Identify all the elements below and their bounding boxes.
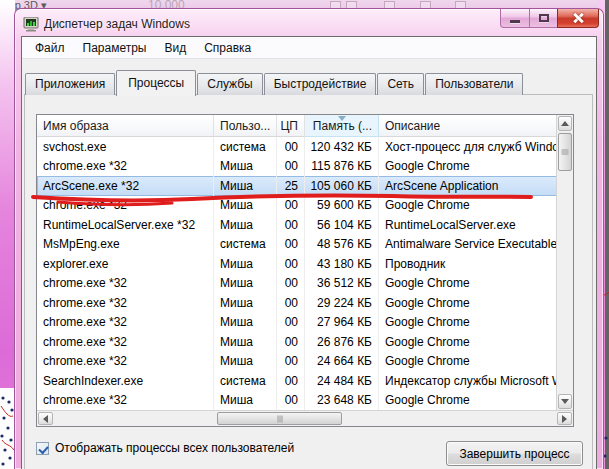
- cell-desc: Google Chrome: [379, 313, 557, 333]
- show-all-users-checkbox[interactable]: [36, 442, 49, 455]
- cell-user: Миша: [214, 215, 277, 235]
- column-header-user[interactable]: Пользо...: [214, 115, 277, 137]
- cell-user: система: [214, 137, 277, 157]
- column-header-desc[interactable]: Описание: [379, 115, 557, 137]
- cell-mem: 36 512 КБ: [305, 274, 379, 294]
- table-row[interactable]: chrome.exe *32Миша0023 648 КБGoogle Chro…: [37, 391, 557, 411]
- horizontal-scroll-thumb[interactable]: [217, 412, 342, 425]
- cell-name: chrome.exe *32: [37, 391, 214, 411]
- table-row[interactable]: chrome.exe *32Миша0024 664 КБGoogle Chro…: [37, 352, 557, 372]
- cell-cpu: 25: [277, 176, 305, 196]
- titlebar[interactable]: Диспетчер задач Windows: [23, 14, 190, 34]
- table-row[interactable]: SearchIndexer.exeсистема0024 484 КБИндек…: [37, 371, 557, 391]
- menu-item-0[interactable]: Файл: [26, 39, 74, 57]
- task-manager-icon: [23, 17, 39, 32]
- tab-3[interactable]: Быстродействие: [264, 73, 377, 95]
- table-row[interactable]: MsMpEng.exeсистема0048 576 КБAntimalware…: [37, 235, 557, 255]
- maximize-icon: [539, 14, 549, 22]
- minimize-button[interactable]: [500, 9, 530, 28]
- cell-user: Миша: [214, 293, 277, 313]
- close-button[interactable]: [557, 9, 599, 28]
- tab-4[interactable]: Сеть: [377, 73, 424, 95]
- table-row[interactable]: chrome.exe *32Миша0029 224 КБGoogle Chro…: [37, 293, 557, 313]
- maximize-button[interactable]: [529, 9, 558, 28]
- minimize-icon: [510, 20, 520, 23]
- cell-cpu: 00: [277, 313, 305, 333]
- cell-user: Миша: [214, 352, 277, 372]
- vertical-scrollbar[interactable]: [556, 115, 573, 410]
- cell-desc: Google Chrome: [379, 157, 557, 177]
- horizontal-scrollbar[interactable]: [37, 410, 573, 426]
- list-rows: svchost.exeсистема00120 432 КБХост-проце…: [37, 137, 557, 410]
- scroll-right-button[interactable]: [557, 412, 572, 425]
- column-header-name[interactable]: Имя образа: [37, 115, 214, 137]
- cell-mem: 48 576 КБ: [305, 235, 379, 255]
- cell-cpu: 00: [277, 235, 305, 255]
- task-manager-window: Диспетчер задач Windows ФайлПараметрыВид…: [14, 8, 604, 469]
- cell-mem: 23 648 КБ: [305, 391, 379, 411]
- cell-name: chrome.exe *32: [37, 157, 214, 177]
- cell-user: Миша: [214, 196, 277, 216]
- cell-mem: 56 104 КБ: [305, 215, 379, 235]
- table-row[interactable]: ArcScene.exe *32Миша25105 060 КБArcScene…: [37, 176, 557, 196]
- cell-mem: 43 180 КБ: [305, 254, 379, 274]
- tab-strip: ПриложенияПроцессыСлужбыБыстродействиеСе…: [25, 72, 524, 95]
- cell-desc: Google Chrome: [379, 196, 557, 216]
- cell-user: Миша: [214, 274, 277, 294]
- close-icon: [572, 13, 584, 23]
- cell-desc: Google Chrome: [379, 332, 557, 352]
- table-row[interactable]: chrome.exe *32Миша0027 964 КБGoogle Chro…: [37, 313, 557, 333]
- cell-name: chrome.exe *32: [37, 196, 214, 216]
- menu-item-3[interactable]: Справка: [195, 39, 260, 57]
- cell-mem: 26 876 КБ: [305, 332, 379, 352]
- scroll-right-icon: [562, 415, 567, 423]
- cell-cpu: 00: [277, 215, 305, 235]
- cell-mem: 27 964 КБ: [305, 313, 379, 333]
- cell-mem: 120 432 КБ: [305, 137, 379, 157]
- column-header-cpu[interactable]: ЦП: [277, 115, 305, 137]
- end-process-button[interactable]: Завершить процесс: [446, 441, 583, 466]
- cell-cpu: 00: [277, 196, 305, 216]
- cell-desc: Antimalware Service Executable: [379, 235, 557, 255]
- tab-1[interactable]: Процессы: [116, 70, 196, 96]
- cell-user: система: [214, 371, 277, 391]
- tab-0[interactable]: Приложения: [25, 73, 115, 95]
- cell-mem: 24 664 КБ: [305, 352, 379, 372]
- scroll-down-button[interactable]: [558, 394, 572, 409]
- tab-2[interactable]: Службы: [197, 73, 262, 95]
- cell-mem: 105 060 КБ: [305, 176, 379, 196]
- cell-mem: 59 600 КБ: [305, 196, 379, 216]
- table-row[interactable]: RuntimeLocalServer.exe *32Миша0056 104 К…: [37, 215, 557, 235]
- table-row[interactable]: chrome.exe *32Миша0026 876 КБGoogle Chro…: [37, 332, 557, 352]
- cell-desc: ArcScene Application: [379, 176, 557, 196]
- table-row[interactable]: chrome.exe *32Миша0036 512 КБGoogle Chro…: [37, 274, 557, 294]
- cell-desc: RuntimeLocalServer.exe: [379, 215, 557, 235]
- table-row[interactable]: svchost.exeсистема00120 432 КБХост-проце…: [37, 137, 557, 157]
- cell-mem: 24 484 КБ: [305, 371, 379, 391]
- cell-desc: Индексатор службы Microsoft W: [379, 371, 557, 391]
- cell-desc: Google Chrome: [379, 274, 557, 294]
- menu-item-1[interactable]: Параметры: [74, 39, 156, 57]
- cell-desc: Google Chrome: [379, 391, 557, 411]
- cell-desc: Проводник: [379, 254, 557, 274]
- column-header-label: Пользо...: [220, 119, 270, 133]
- tab-5[interactable]: Пользователи: [425, 73, 523, 95]
- show-all-users-label: Отображать процессы всех пользователей: [55, 441, 294, 455]
- thumb-grip: [562, 150, 569, 155]
- menu-item-2[interactable]: Вид: [155, 39, 195, 57]
- column-header-mem[interactable]: Память (...: [305, 115, 379, 137]
- scroll-left-button[interactable]: [38, 412, 53, 425]
- cell-cpu: 00: [277, 254, 305, 274]
- cell-name: chrome.exe *32: [37, 274, 214, 294]
- cell-name: SearchIndexer.exe: [37, 371, 214, 391]
- table-row[interactable]: chrome.exe *32Миша00115 876 КБGoogle Chr…: [37, 157, 557, 177]
- cell-mem: 29 224 КБ: [305, 293, 379, 313]
- table-row[interactable]: explorer.exeМиша0043 180 КБПроводник: [37, 254, 557, 274]
- scroll-down-icon: [561, 399, 569, 404]
- scroll-up-button[interactable]: [558, 116, 572, 131]
- cell-user: Миша: [214, 313, 277, 333]
- cell-name: chrome.exe *32: [37, 352, 214, 372]
- cell-user: Миша: [214, 332, 277, 352]
- table-row[interactable]: chrome.exe *32Миша0059 600 КБGoogle Chro…: [37, 196, 557, 216]
- vertical-scroll-thumb[interactable]: [558, 133, 572, 171]
